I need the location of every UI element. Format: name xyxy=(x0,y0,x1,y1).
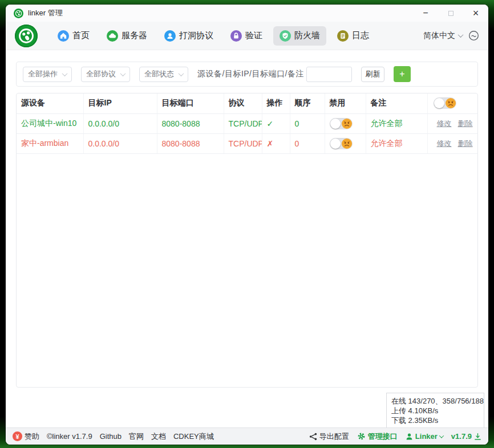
chevron-down-icon xyxy=(179,71,184,76)
nav-tabs: 首页 服务器 打洞协议 xyxy=(51,26,375,46)
cell-action-mark: ✓ xyxy=(262,113,290,133)
maximize-button[interactable] xyxy=(438,5,463,22)
chevron-down-icon xyxy=(439,433,444,438)
select-protocol[interactable]: 全部协议 xyxy=(81,67,130,82)
user-icon xyxy=(406,433,413,441)
tab-label: 日志 xyxy=(352,30,369,41)
tab-label: 打洞协议 xyxy=(179,30,213,41)
manage-api-button[interactable]: 管理接口 xyxy=(357,431,398,442)
tab-label: 首页 xyxy=(72,30,90,41)
edit-link[interactable]: 修改 xyxy=(437,139,452,148)
github-link[interactable]: Github xyxy=(100,432,122,441)
table-row: 公司城中-win10 0.0.0.0/0 8080-8088 TCP/UDP ✓… xyxy=(17,113,478,133)
select-status[interactable]: 全部状态 xyxy=(139,67,188,82)
cell-protocol: TCP/UDP xyxy=(224,113,262,133)
log-icon xyxy=(337,30,349,42)
header-order: 顺序 xyxy=(290,93,325,113)
gear-icon xyxy=(357,432,366,441)
firewall-table: 源设备 目标IP 目标端口 协议 操作 顺序 禁用 备注 xyxy=(17,93,478,154)
export-config-label: 导出配置 xyxy=(319,431,349,442)
cell-protocol: TCP/UDP xyxy=(224,133,262,153)
header-toggle-all[interactable] xyxy=(434,97,456,109)
select-value: 全部协议 xyxy=(86,69,116,79)
chevron-down-icon xyxy=(62,71,68,76)
header-target-ip: 目标IP xyxy=(83,93,157,113)
close-button[interactable]: × xyxy=(463,5,488,22)
version-label: v1.7.9 xyxy=(451,432,472,441)
window-title: linker 管理 xyxy=(28,8,63,18)
toggle-knob xyxy=(330,139,341,149)
manage-api-label: 管理接口 xyxy=(368,431,398,442)
table-row: 家中-armbian 0.0.0.0/0 8080-8088 TCP/UDP ✗… xyxy=(17,133,478,153)
row-disable-toggle[interactable] xyxy=(330,118,353,129)
language-selector[interactable]: 简体中文 xyxy=(423,31,463,41)
cell-source-device: 公司城中-win10 xyxy=(17,113,83,133)
delete-link[interactable]: 删除 xyxy=(458,119,473,128)
cell-order: 0 xyxy=(290,113,325,133)
sponsor-link[interactable]: ¥ 赞助 xyxy=(13,431,39,442)
select-operation[interactable]: 全部操作 xyxy=(23,67,72,82)
version-update-button[interactable]: v1.7.9 xyxy=(451,432,481,441)
filter-bar: 全部操作 全部协议 全部状态 源设备/目标IP/目标端口/备注 刷新 + xyxy=(16,62,478,87)
footer-right: 导出配置 管理接口 Linker v1.7.9 xyxy=(309,431,481,442)
official-site-link[interactable]: 官网 xyxy=(129,431,144,442)
refresh-button[interactable]: 刷新 xyxy=(361,67,384,82)
titlebar: linker 管理 − × xyxy=(6,5,488,22)
angry-emoji-icon xyxy=(342,139,352,149)
tab-label: 服务器 xyxy=(122,30,147,41)
cell-target-port: 8080-8088 xyxy=(157,133,224,153)
docs-link[interactable]: 文档 xyxy=(151,431,166,442)
tab-verify[interactable]: 验证 xyxy=(224,26,269,46)
search-input[interactable] xyxy=(306,67,352,82)
add-rule-button[interactable]: + xyxy=(394,66,411,82)
footer-left: ¥ 赞助 ©linker v1.7.9 Github 官网 文档 CDKEY商城 xyxy=(13,431,214,442)
upload-speed: 上传 4.10KB/s xyxy=(391,406,479,416)
sponsor-label: 赞助 xyxy=(25,431,39,442)
cell-remark: 允许全部 xyxy=(366,133,427,153)
main-content: 全部操作 全部协议 全部状态 源设备/目标IP/目标端口/备注 刷新 + xyxy=(6,50,488,427)
minimize-button[interactable]: − xyxy=(413,5,438,22)
export-config-button[interactable]: 导出配置 xyxy=(309,431,349,442)
maximize-icon xyxy=(448,11,453,16)
tab-label: 验证 xyxy=(245,30,262,41)
header-target-port: 目标端口 xyxy=(157,93,224,113)
tab-home[interactable]: 首页 xyxy=(51,26,96,46)
header-protocol: 协议 xyxy=(224,93,262,113)
footer: ¥ 赞助 ©linker v1.7.9 Github 官网 文档 CDKEY商城… xyxy=(6,427,488,445)
tab-logs[interactable]: 日志 xyxy=(331,26,375,46)
delete-link[interactable]: 删除 xyxy=(458,139,473,148)
chevron-down-icon xyxy=(120,71,126,76)
yuan-coin-icon: ¥ xyxy=(13,431,22,441)
cell-order: 0 xyxy=(290,133,325,153)
header-source-device: 源设备 xyxy=(17,93,83,113)
copyright-text: ©linker v1.7.9 xyxy=(47,432,92,441)
navbar-right: 简体中文 xyxy=(423,30,479,41)
select-value: 全部状态 xyxy=(144,69,174,79)
edit-link[interactable]: 修改 xyxy=(437,119,452,128)
cloud-icon xyxy=(107,30,118,42)
cell-target-ip: 0.0.0.0/0 xyxy=(83,133,157,153)
app-window: linker 管理 − × 首页 xyxy=(6,5,488,445)
network-status-box: 在线 143/270、358/756/188 上传 4.10KB/s 下载 2.… xyxy=(386,393,484,427)
toggle-knob xyxy=(330,119,341,129)
download-icon xyxy=(474,433,481,441)
brand-logo-icon[interactable] xyxy=(15,25,38,47)
header-action: 操作 xyxy=(262,93,290,113)
row-disable-toggle[interactable] xyxy=(330,138,353,149)
account-label: Linker xyxy=(415,432,438,441)
cell-remark: 允许全部 xyxy=(366,113,427,133)
tab-firewall[interactable]: 防火墙 xyxy=(273,26,326,46)
header-remark: 备注 xyxy=(366,93,427,113)
account-menu[interactable]: Linker xyxy=(406,432,443,441)
tab-punch-protocol[interactable]: 打洞协议 xyxy=(158,26,220,46)
angry-emoji-icon xyxy=(342,119,352,129)
navbar: 首页 服务器 打洞协议 xyxy=(6,22,488,50)
home-icon xyxy=(58,30,69,42)
select-value: 全部操作 xyxy=(28,69,58,79)
online-status: 在线 143/270、358/756/188 xyxy=(391,396,479,406)
tab-servers[interactable]: 服务器 xyxy=(100,26,153,46)
download-speed: 下载 2.35KB/s xyxy=(391,416,479,425)
cdkey-store-link[interactable]: CDKEY商城 xyxy=(173,431,214,442)
theme-face-icon[interactable] xyxy=(468,30,479,41)
shield-icon xyxy=(280,30,291,42)
